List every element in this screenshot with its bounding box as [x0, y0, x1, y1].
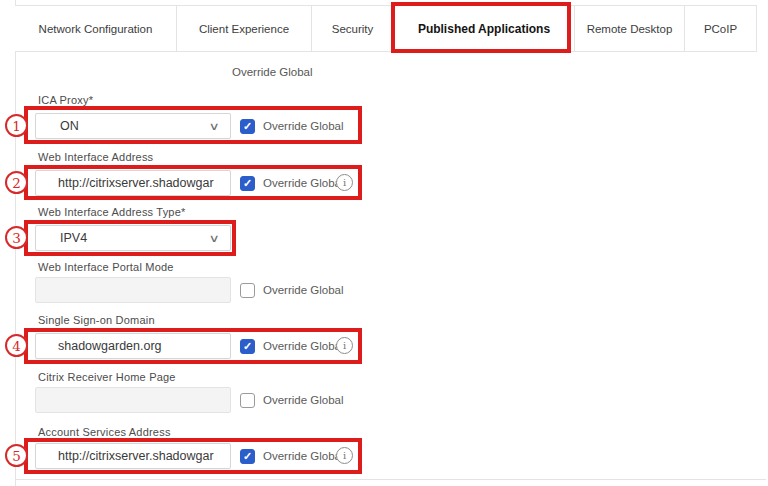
- web-interface-address-type-select[interactable]: IPV4 ∨: [35, 225, 231, 251]
- override-global-label: Override Global: [263, 340, 344, 352]
- check-icon: ✓: [243, 121, 252, 132]
- tab-client-experience[interactable]: Client Experience: [177, 6, 312, 51]
- ica-proxy-override-checkbox[interactable]: ✓: [240, 119, 255, 134]
- ica-proxy-label: ICA Proxy*: [38, 94, 93, 106]
- citrix-receiver-home-page-override-checkbox[interactable]: ✓: [240, 393, 255, 408]
- published-applications-settings-page: Network Configuration Client Experience …: [0, 0, 768, 486]
- single-sign-on-domain-override-checkbox[interactable]: ✓: [240, 339, 255, 354]
- tab-network-configuration[interactable]: Network Configuration: [15, 6, 177, 51]
- annotation-number-4: 4: [5, 334, 28, 357]
- account-services-address-override-checkbox[interactable]: ✓: [240, 449, 255, 464]
- web-interface-portal-mode-label: Web Interface Portal Mode: [38, 261, 174, 273]
- citrix-receiver-home-page-label: Citrix Receiver Home Page: [38, 371, 176, 383]
- single-sign-on-domain-row: ✓ Override Global i: [35, 333, 344, 359]
- settings-tab-bar: Network Configuration Client Experience …: [15, 5, 757, 52]
- ica-proxy-select[interactable]: ON ∨: [35, 113, 231, 139]
- override-global-label: Override Global: [263, 450, 344, 462]
- override-global-label: Override Global: [263, 394, 344, 406]
- single-sign-on-domain-input[interactable]: [35, 333, 231, 359]
- tab-pcoip[interactable]: PCoIP: [685, 6, 757, 51]
- web-interface-address-type-row: IPV4 ∨: [35, 225, 231, 251]
- web-interface-address-type-value: IPV4: [60, 231, 87, 245]
- chevron-down-icon: ∨: [208, 120, 219, 133]
- info-icon[interactable]: i: [336, 174, 353, 191]
- check-icon: ✓: [243, 341, 252, 352]
- tab-security[interactable]: Security: [312, 6, 394, 51]
- ica-proxy-value: ON: [60, 119, 79, 133]
- tab-published-applications[interactable]: Published Applications: [394, 6, 575, 51]
- tab-remote-desktop[interactable]: Remote Desktop: [575, 6, 685, 51]
- info-icon[interactable]: i: [336, 447, 353, 464]
- web-interface-portal-mode-override-checkbox[interactable]: ✓: [240, 283, 255, 298]
- citrix-receiver-home-page-row: ✓ Override Global: [35, 387, 344, 413]
- info-icon[interactable]: i: [336, 337, 353, 354]
- override-global-column-header: Override Global: [232, 66, 313, 78]
- override-global-label: Override Global: [263, 120, 344, 132]
- annotation-number-3: 3: [5, 226, 28, 249]
- bottom-border-line: [15, 479, 766, 480]
- check-icon: ✓: [243, 451, 252, 462]
- web-interface-address-override-checkbox[interactable]: ✓: [240, 176, 255, 191]
- web-interface-address-label: Web Interface Address: [38, 151, 153, 163]
- web-interface-address-row: ✓ Override Global i: [35, 170, 344, 196]
- single-sign-on-domain-label: Single Sign-on Domain: [38, 314, 155, 326]
- web-interface-address-input[interactable]: [35, 170, 231, 196]
- chevron-down-icon: ∨: [208, 232, 219, 245]
- citrix-receiver-home-page-input: [35, 387, 231, 413]
- annotation-number-1: 1: [5, 114, 28, 137]
- web-interface-portal-mode-input: [35, 277, 231, 303]
- account-services-address-label: Account Services Address: [38, 426, 171, 438]
- ica-proxy-row: ON ∨ ✓ Override Global: [35, 113, 344, 139]
- account-services-address-input[interactable]: [35, 443, 231, 469]
- annotation-number-5: 5: [5, 444, 28, 467]
- annotation-number-2: 2: [5, 171, 28, 194]
- override-global-label: Override Global: [263, 284, 344, 296]
- override-global-label: Override Global: [263, 177, 344, 189]
- account-services-address-row: ✓ Override Global i: [35, 443, 344, 469]
- web-interface-portal-mode-row: ✓ Override Global: [35, 277, 344, 303]
- check-icon: ✓: [243, 178, 252, 189]
- web-interface-address-type-label: Web Interface Address Type*: [38, 206, 185, 218]
